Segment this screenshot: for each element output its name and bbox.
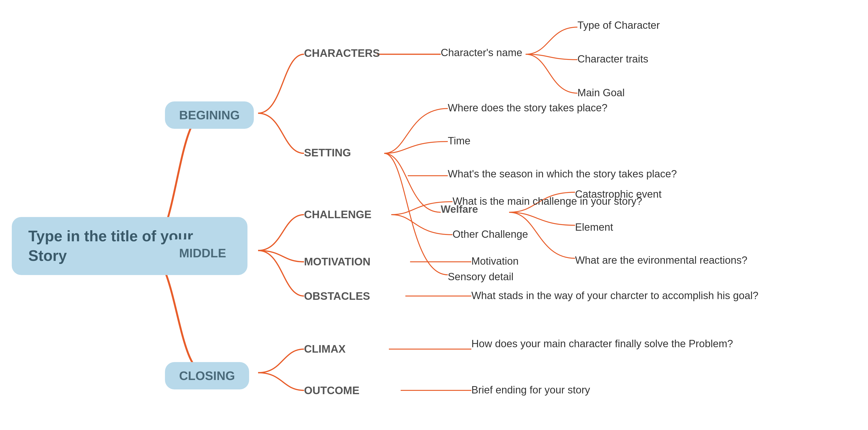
challenge-node: CHALLENGE: [304, 208, 371, 221]
climax-label: CLIMAX: [304, 343, 345, 355]
main-goal-node: Main Goal: [578, 87, 625, 98]
sensory-node: Sensory detail: [448, 271, 514, 283]
motivation-label: MOTIVATION: [304, 255, 371, 268]
character-traits-label: Character traits: [578, 53, 648, 65]
characters-name-node: Character's name: [441, 47, 522, 58]
closing-label: CLOSING: [165, 362, 249, 390]
obstacles-leaf-label: What stads in the way of your charcter t…: [471, 290, 758, 301]
element-node: Element: [575, 221, 613, 233]
season-label: What's the season in which the story tak…: [448, 168, 677, 179]
beginning-label: BEGINING: [165, 102, 254, 129]
main-goal-label: Main Goal: [578, 87, 625, 98]
season-node: What's the season in which the story tak…: [448, 168, 677, 180]
mind-map: Type in the title of your Story BEGINING…: [0, 0, 868, 430]
type-character-node: Type of Character: [578, 19, 660, 31]
climax-leaf-node: How does your main character finally sol…: [471, 338, 733, 350]
setting-label: SETTING: [304, 146, 351, 159]
other-challenge-label: Other Challenge: [453, 228, 528, 240]
obstacles-label: OBSTACLES: [304, 290, 370, 302]
middle-node[interactable]: MIDDLE: [165, 239, 240, 267]
climax-leaf-label: How does your main character finally sol…: [471, 338, 733, 350]
character-traits-node: Character traits: [578, 53, 648, 65]
characters-node: CHARACTERS: [304, 47, 380, 59]
characters-name-label: Character's name: [441, 47, 522, 58]
type-character-label: Type of Character: [578, 19, 660, 31]
outcome-leaf-label: Brief ending for your story: [471, 384, 590, 396]
outcome-node: OUTCOME: [304, 384, 360, 397]
setting-node: SETTING: [304, 146, 351, 159]
middle-label: MIDDLE: [165, 239, 240, 267]
outcome-label: OUTCOME: [304, 384, 360, 397]
environmental-label: What are the evironmental reactions?: [575, 254, 747, 266]
sensory-label: Sensory detail: [448, 271, 514, 282]
obstacles-leaf-node: What stads in the way of your charcter t…: [471, 290, 758, 302]
connections-svg: [0, 0, 868, 430]
main-challenge-node: What is the main challenge in your story…: [453, 195, 642, 207]
characters-label: CHARACTERS: [304, 47, 380, 59]
motivation-node: MOTIVATION: [304, 255, 371, 268]
environmental-node: What are the evironmental reactions?: [575, 254, 747, 266]
place-label: Where does the story takes place?: [448, 102, 607, 113]
closing-node[interactable]: CLOSING: [165, 362, 249, 390]
place-node: Where does the story takes place?: [448, 102, 607, 114]
obstacles-node: OBSTACLES: [304, 290, 370, 303]
main-challenge-label: What is the main challenge in your story…: [453, 195, 642, 207]
other-challenge-node: Other Challenge: [453, 228, 528, 240]
outcome-leaf-node: Brief ending for your story: [471, 384, 590, 396]
challenge-label: CHALLENGE: [304, 208, 371, 221]
motivation-leaf-label: Motivation: [471, 255, 519, 267]
beginning-node[interactable]: BEGINING: [165, 102, 254, 129]
climax-node: CLIMAX: [304, 343, 345, 355]
time-node: Time: [448, 135, 470, 147]
motivation-leaf-node: Motivation: [471, 255, 519, 267]
time-label: Time: [448, 135, 470, 146]
element-label: Element: [575, 221, 613, 233]
